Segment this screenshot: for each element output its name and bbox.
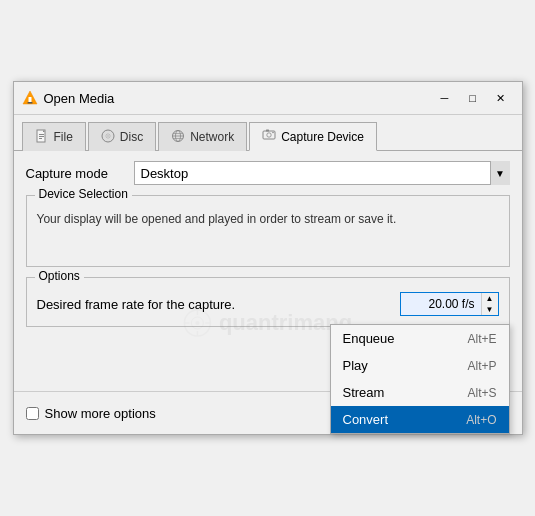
options-title: Options	[35, 269, 84, 283]
title-bar-left: Open Media	[22, 90, 115, 106]
svg-point-19	[272, 132, 274, 134]
spinbox-buttons: ▲ ▼	[481, 293, 498, 315]
minimize-button[interactable]: ─	[432, 88, 458, 108]
convert-label: Convert	[343, 412, 389, 427]
tab-network[interactable]: Network	[158, 122, 247, 151]
tab-file[interactable]: File	[22, 122, 86, 151]
window-controls: ─ □ ✕	[432, 88, 514, 108]
svg-rect-6	[39, 136, 44, 137]
svg-point-17	[267, 133, 271, 137]
dropdown-item-convert[interactable]: Convert Alt+O	[331, 406, 509, 433]
capture-mode-select[interactable]: Desktop DirectShow TV - analog TV - digi…	[134, 161, 510, 185]
show-more-options-label[interactable]: Show more options	[45, 406, 156, 421]
stream-shortcut: Alt+S	[467, 386, 496, 400]
svg-point-10	[107, 135, 109, 137]
svg-rect-18	[266, 130, 269, 132]
tab-disc[interactable]: Disc	[88, 122, 156, 151]
show-more-options-checkbox[interactable]	[26, 407, 39, 420]
frame-rate-row: Desired frame rate for the capture. ▲ ▼	[37, 292, 499, 316]
stream-label: Stream	[343, 385, 385, 400]
convert-shortcut: Alt+O	[466, 413, 496, 427]
device-selection-description: Your display will be opened and played i…	[37, 212, 397, 226]
enqueue-label: Enqueue	[343, 331, 395, 346]
svg-rect-2	[27, 102, 32, 104]
title-bar: Open Media ─ □ ✕	[14, 82, 522, 115]
file-tab-icon	[35, 129, 49, 146]
tab-capture[interactable]: Capture Device	[249, 122, 377, 151]
capture-tab-icon	[262, 128, 276, 145]
play-dropdown-menu: Enqueue Alt+E Play Alt+P Stream Alt+S Co…	[330, 324, 510, 434]
tab-capture-label: Capture Device	[281, 130, 364, 144]
tabs-row: File Disc Networ	[14, 115, 522, 151]
tab-disc-label: Disc	[120, 130, 143, 144]
svg-rect-5	[39, 134, 44, 135]
dropdown-item-stream[interactable]: Stream Alt+S	[331, 379, 509, 406]
dropdown-item-play[interactable]: Play Alt+P	[331, 352, 509, 379]
play-label: Play	[343, 358, 368, 373]
device-selection-content: Your display will be opened and played i…	[37, 206, 499, 256]
enqueue-shortcut: Alt+E	[467, 332, 496, 346]
device-selection-group: Device Selection Your display will be op…	[26, 195, 510, 267]
window-title: Open Media	[44, 91, 115, 106]
capture-mode-row: Capture mode Desktop DirectShow TV - ana…	[26, 161, 510, 185]
vlc-icon	[22, 90, 38, 106]
spinbox-up-button[interactable]: ▲	[482, 293, 498, 304]
open-media-window: Open Media ─ □ ✕ File	[13, 81, 523, 435]
options-group: Options Desired frame rate for the captu…	[26, 277, 510, 327]
svg-rect-1	[28, 97, 31, 102]
dropdown-item-enqueue[interactable]: Enqueue Alt+E	[331, 325, 509, 352]
maximize-button[interactable]: □	[460, 88, 486, 108]
capture-mode-label: Capture mode	[26, 166, 126, 181]
tab-network-label: Network	[190, 130, 234, 144]
frame-rate-spinbox: ▲ ▼	[400, 292, 499, 316]
disc-tab-icon	[101, 129, 115, 146]
frame-rate-input[interactable]	[401, 293, 481, 315]
close-button[interactable]: ✕	[488, 88, 514, 108]
network-tab-icon	[171, 129, 185, 146]
spinbox-down-button[interactable]: ▼	[482, 304, 498, 315]
capture-mode-select-wrapper: Desktop DirectShow TV - analog TV - digi…	[134, 161, 510, 185]
play-shortcut: Alt+P	[467, 359, 496, 373]
tab-file-label: File	[54, 130, 73, 144]
show-more-options-row: Show more options	[26, 406, 361, 421]
svg-rect-7	[39, 138, 42, 139]
frame-rate-label: Desired frame rate for the capture.	[37, 297, 400, 312]
device-selection-title: Device Selection	[35, 187, 132, 201]
